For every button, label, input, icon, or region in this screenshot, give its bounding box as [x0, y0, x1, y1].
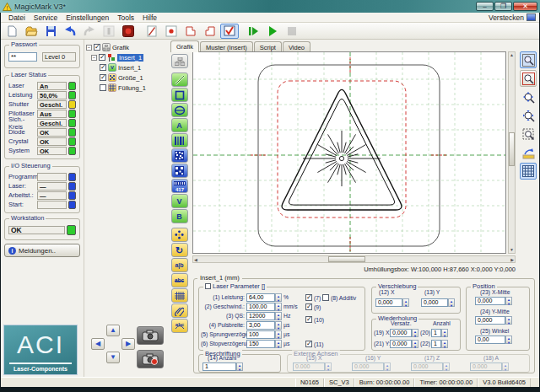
sprungverzoegerung-input[interactable]	[246, 330, 275, 339]
wdh-y-anzahl-input[interactable]	[431, 340, 441, 348]
canvas-vertical-scrollbar[interactable]: ▲ ▼	[508, 51, 516, 254]
spinner[interactable]: ▲▼	[505, 297, 512, 305]
qrcode-tool-button[interactable]	[171, 164, 188, 178]
zoom-fit-button[interactable]	[520, 51, 537, 68]
save-button[interactable]	[41, 24, 60, 39]
camera-off-button[interactable]	[137, 350, 164, 368]
spinner[interactable]: ▲▼	[402, 298, 409, 307]
geschwindigkeit-input[interactable]	[246, 303, 275, 311]
leistung-input[interactable]	[246, 293, 275, 302]
menu-hilfe[interactable]: Hilfe	[138, 13, 161, 22]
expand-icon[interactable]: −	[91, 55, 97, 61]
start-single-button[interactable]	[244, 24, 262, 39]
check-7[interactable]: (7)	[305, 294, 321, 301]
zoom-selection-button[interactable]	[520, 70, 537, 87]
vector-import-tool-button[interactable]: V	[171, 194, 188, 208]
tree-node-insert[interactable]: V Insert_1	[100, 62, 141, 72]
line-tool-button[interactable]	[171, 72, 188, 87]
ext-z-input[interactable]	[411, 362, 443, 371]
jog-up-button[interactable]: ▲	[106, 325, 120, 336]
redo-button[interactable]	[80, 24, 99, 39]
check-11[interactable]: (11)	[305, 341, 324, 347]
pulsbreite-input[interactable]	[246, 321, 275, 330]
tree-checkbox[interactable]	[99, 54, 105, 61]
vertical-scroll-thumb[interactable]	[509, 132, 515, 166]
spinner[interactable]: ▲▼	[505, 316, 512, 325]
scroll-left-arrow[interactable]: ◀	[194, 257, 197, 263]
redraw-button[interactable]	[520, 144, 537, 161]
contour-open-button[interactable]	[201, 24, 219, 39]
zoom-in-button[interactable]	[520, 89, 537, 105]
menu-datei[interactable]: Datei	[4, 13, 30, 22]
start-marking-button[interactable]	[263, 24, 282, 39]
tree-root-label[interactable]: Grafik	[112, 44, 129, 51]
camera-on-button[interactable]	[137, 326, 164, 345]
canvas-horizontal-scrollbar[interactable]: ◀ ▶	[192, 255, 516, 263]
check-9[interactable]: (9)	[305, 303, 321, 310]
jog-right-button[interactable]: ▶	[122, 338, 135, 350]
wdh-x-versatz-input[interactable]	[390, 329, 412, 337]
group-tool-button[interactable]	[171, 54, 188, 68]
jog-down-button[interactable]: ▼	[106, 352, 120, 363]
barcode-tool-button[interactable]	[171, 133, 188, 148]
tree-node-label[interactable]: Größe_1	[118, 74, 143, 82]
scroll-down-arrow[interactable]: ▼	[509, 247, 515, 253]
grid-toggle-button[interactable]	[520, 163, 537, 180]
tree-node-groesse[interactable]: Größe_1	[100, 72, 143, 83]
spinner[interactable]: ▲▼	[275, 321, 282, 330]
expand-icon[interactable]: −	[86, 45, 92, 51]
drawing-canvas[interactable]	[192, 51, 506, 254]
maximize-button[interactable]: ❐	[494, 2, 512, 11]
spinner[interactable]: ▲▼	[441, 329, 448, 337]
tab-grafik[interactable]: Grafik	[170, 40, 199, 52]
spinner[interactable]: ▲▼	[502, 362, 509, 371]
x-mitte-input[interactable]	[475, 297, 505, 305]
pdf417-tool-button[interactable]: 417	[171, 179, 188, 193]
verschiebung-y-input[interactable]	[421, 298, 448, 307]
spinner[interactable]: ▲▼	[412, 340, 418, 348]
spinner[interactable]: ▲▼	[275, 312, 282, 320]
minimize-button[interactable]: –	[476, 2, 494, 11]
bitmap-tool-button[interactable]: B	[171, 209, 188, 223]
spinner[interactable]: ▲▼	[275, 330, 282, 339]
new-file-button[interactable]	[3, 24, 21, 39]
tree-checkbox[interactable]	[100, 74, 106, 81]
attach-tool-button[interactable]	[171, 303, 188, 318]
contour-outline-button[interactable]	[181, 24, 200, 39]
spinner[interactable]: ▲▼	[448, 298, 455, 307]
spinner[interactable]: ▲▼	[505, 336, 512, 344]
scroll-up-arrow[interactable]: ▲	[509, 52, 515, 58]
tree-node-label[interactable]: Insert_1	[118, 64, 141, 72]
zoom-out-button[interactable]	[520, 107, 537, 124]
tree-checkbox[interactable]	[94, 44, 100, 51]
laser-parameter-checkbox[interactable]	[205, 283, 211, 289]
datamatrix-tool-button[interactable]	[171, 148, 188, 163]
rectangle-tool-button[interactable]	[171, 88, 188, 102]
spinner[interactable]: ▲▼	[236, 362, 243, 371]
verstecken-label[interactable]: Verstecken	[489, 13, 524, 22]
scroll-right-arrow[interactable]: ▶	[510, 257, 514, 263]
menu-einstellungen[interactable]: Einstellungen	[62, 13, 113, 22]
ellipse-tool-button[interactable]	[171, 103, 188, 117]
verschiebung-x-input[interactable]	[375, 298, 402, 307]
tree-node-label[interactable]: Füllung_1	[118, 84, 146, 92]
spinner[interactable]: ▲▼	[443, 362, 450, 371]
stop-record-button[interactable]	[119, 24, 138, 39]
mirror-tool-button[interactable]: a|b	[171, 258, 188, 272]
tree-node-fuellung[interactable]: Füllung_1	[100, 83, 146, 93]
beschriftung-anzahl-input[interactable]	[202, 362, 236, 371]
close-button[interactable]: ✕	[513, 2, 537, 11]
tree-node-insert-group[interactable]: − Insert_1	[91, 52, 143, 62]
rotate-tool-button[interactable]: ↻	[171, 243, 188, 257]
menu-tools[interactable]: Tools	[113, 13, 138, 22]
spinner[interactable]: ▲▼	[275, 340, 282, 348]
undo-button[interactable]	[61, 24, 79, 39]
pause-marking-button[interactable]	[100, 24, 118, 39]
meldungen-button[interactable]: i Meldungen..	[4, 244, 80, 257]
skew-text-tool-button[interactable]: abc	[171, 273, 188, 287]
menu-service[interactable]: Service	[30, 13, 62, 22]
text-tool-button[interactable]: A	[171, 118, 188, 132]
ext-x-input[interactable]	[293, 362, 325, 371]
mark-center-button[interactable]	[162, 24, 181, 39]
y-mitte-input[interactable]	[475, 316, 505, 325]
